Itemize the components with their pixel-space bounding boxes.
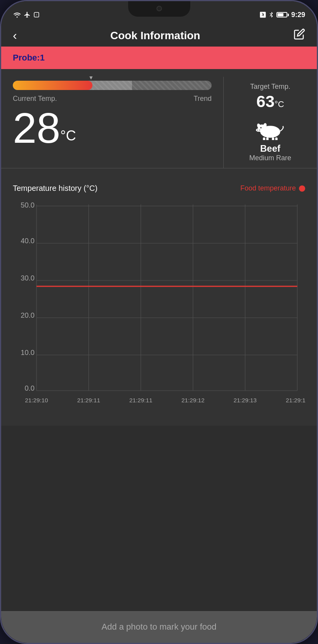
svg-text:21:29:11: 21:29:11 <box>129 397 152 403</box>
svg-text:21:29:10: 21:29:10 <box>25 397 48 403</box>
svg-text:21:29:13: 21:29:13 <box>234 397 257 403</box>
back-button[interactable]: ‹ <box>13 28 17 43</box>
add-photo-button[interactable]: Add a photo to mark your food <box>1 611 317 643</box>
chart-container: 50.0 40.0 30.0 20.0 10.0 0.0 <box>13 201 305 418</box>
notification-icon: ! <box>33 11 40 18</box>
probe-label: Probe:1 <box>13 53 45 63</box>
probe-banner: Probe:1 <box>1 47 317 69</box>
svg-point-14 <box>257 130 258 131</box>
svg-text:50.0: 50.0 <box>21 201 35 209</box>
nav-bar: ‹ Cook Information <box>1 24 317 47</box>
chart-header: Temperature history (°C) Food temperatur… <box>13 184 305 193</box>
svg-point-15 <box>259 130 260 131</box>
current-temp-label: Current Temp. <box>13 95 57 103</box>
status-bar: ! <box>1 1 317 24</box>
temperature-chart: 50.0 40.0 30.0 20.0 10.0 0.0 <box>13 201 305 418</box>
status-left: ! <box>13 11 40 18</box>
current-temp-panel: ▼ Current Temp. Trend 28°C <box>1 77 224 168</box>
trend-label: Trend <box>194 95 212 103</box>
target-temp-panel: Target Temp. 63°C <box>224 77 317 168</box>
svg-text:30.0: 30.0 <box>21 274 35 282</box>
svg-text:40.0: 40.0 <box>21 237 35 245</box>
airplane-icon <box>24 11 31 18</box>
svg-text:0.0: 0.0 <box>25 384 35 392</box>
target-temp-value: 63°C <box>256 92 284 111</box>
progress-bar <box>13 81 212 90</box>
svg-rect-10 <box>266 137 269 140</box>
svg-text:20.0: 20.0 <box>21 312 35 319</box>
camera-icon <box>156 6 162 11</box>
current-temp-display: 28°C <box>13 107 212 149</box>
phone-screen: ! <box>1 1 317 643</box>
add-photo-label: Add a photo to mark your food <box>102 622 217 632</box>
temp-bar-labels: Current Temp. Trend <box>13 95 212 103</box>
chart-section: Temperature history (°C) Food temperatur… <box>1 176 317 426</box>
svg-line-3 <box>270 15 271 16</box>
cow-icon <box>253 117 288 140</box>
battery-icon <box>276 12 289 17</box>
legend-dot <box>299 185 305 192</box>
edit-button[interactable] <box>294 28 305 43</box>
svg-rect-9 <box>263 137 265 140</box>
svg-point-8 <box>260 127 261 128</box>
svg-line-2 <box>270 13 271 15</box>
svg-text:10.0: 10.0 <box>21 349 35 357</box>
wifi-icon <box>13 12 21 18</box>
meat-type: Beef <box>260 143 280 154</box>
svg-text:!: ! <box>36 13 37 17</box>
chart-legend: Food temperature <box>240 184 305 192</box>
svg-text:21:29:14: 21:29:14 <box>286 397 305 403</box>
status-time: 9:29 <box>291 11 305 19</box>
status-right: 9:29 <box>259 11 305 19</box>
notch <box>128 1 190 17</box>
meat-doneness: Medium Rare <box>249 154 291 162</box>
svg-rect-11 <box>272 137 274 140</box>
phone-frame: ! <box>0 0 318 644</box>
progress-fill <box>13 81 92 90</box>
page-title: Cook Information <box>110 29 200 42</box>
svg-rect-12 <box>275 137 278 140</box>
temp-section: ▼ Current Temp. Trend 28°C <box>1 69 317 176</box>
current-temp-value: 28 <box>13 104 60 152</box>
svg-text:21:29:11: 21:29:11 <box>77 397 100 403</box>
current-temp-unit: °C <box>60 128 76 144</box>
temp-grid: ▼ Current Temp. Trend 28°C <box>1 77 317 168</box>
progress-striped <box>92 81 212 90</box>
target-temp-label: Target Temp. <box>250 83 290 91</box>
progress-arrow: ▼ <box>89 74 94 81</box>
bluetooth-icon <box>269 11 274 18</box>
nfc-icon <box>259 11 266 18</box>
chart-title: Temperature history (°C) <box>13 184 97 193</box>
svg-point-13 <box>256 128 261 132</box>
legend-label: Food temperature <box>240 184 296 192</box>
target-temp-unit: °C <box>275 99 284 109</box>
svg-text:21:29:12: 21:29:12 <box>181 397 204 403</box>
progress-container: ▼ <box>13 81 212 90</box>
